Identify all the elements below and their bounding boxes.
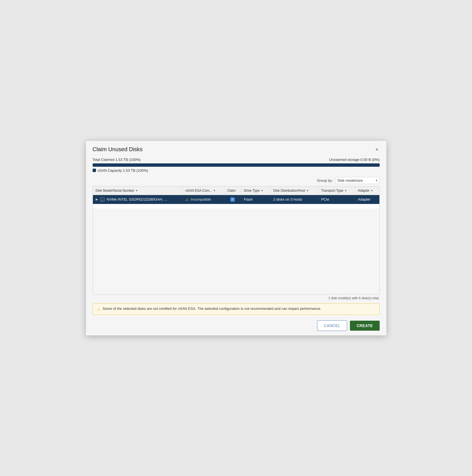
disk-model-cell: ▶ NVMe INTEL SSDPED1D280GAH, ... — [93, 195, 182, 204]
unclaimed-storage-text: Unclaimed storage 0.00 B (0%) — [329, 158, 380, 162]
empty-rows — [93, 204, 379, 208]
col-drive-type-label: Drive Type — [244, 189, 260, 193]
create-button[interactable]: CREATE — [350, 321, 379, 331]
progress-bar-container — [93, 163, 380, 167]
vsan-color-indicator — [93, 169, 96, 172]
close-button[interactable]: × — [374, 146, 380, 153]
adapter-cell: Adapter — [355, 195, 379, 204]
col-disk-model-label: Disk Model/Serial Number — [96, 189, 134, 193]
disk-table: Disk Model/Serial Number ▼ vSAN ESA Com.… — [93, 186, 379, 208]
disk-distribution-cell: 2 disks on 3 hosts — [270, 195, 318, 204]
col-adapter[interactable]: Adapter ▼ — [355, 186, 379, 195]
row-expand-icon[interactable]: ▶ — [96, 198, 98, 201]
col-vsan-esa[interactable]: vSAN ESA Com... ▼ — [182, 186, 224, 195]
col-vsan-esa-label: vSAN ESA Com... — [185, 189, 212, 193]
footer-count: 1 disk model(s) with 6 disk(s) total. — [86, 295, 386, 301]
claim-unused-disks-dialog: Claim Unused Disks × Total Claimed 1.53 … — [86, 141, 386, 335]
disk-count-text: 1 disk model(s) with 6 disk(s) total. — [328, 296, 379, 300]
col-claim-label: Claim — [227, 189, 236, 193]
adapter-value: Adapter — [358, 197, 371, 201]
group-by-select-wrapper[interactable]: Disk model/size Drive Type Adapter — [335, 177, 380, 184]
warning-banner: ⚠ Some of the selected disks are not cer… — [93, 303, 380, 315]
group-by-select[interactable]: Disk model/size Drive Type Adapter — [335, 177, 380, 184]
table-header: Disk Model/Serial Number ▼ vSAN ESA Com.… — [93, 186, 379, 195]
disk-device-icon — [100, 198, 105, 201]
vsan-esa-cell: ⚠ Incompatible — [182, 195, 224, 204]
table-header-row: Disk Model/Serial Number ▼ vSAN ESA Com.… — [93, 186, 379, 195]
group-by-row: Group by: Disk model/size Drive Type Ada… — [86, 175, 386, 186]
transport-type-filter-icon: ▼ — [345, 189, 347, 192]
incompatible-text: Incompatible — [191, 197, 211, 201]
transport-type-cell: PCIe — [318, 195, 355, 204]
drive-type-filter-icon: ▼ — [261, 189, 263, 192]
dialog-header: Claim Unused Disks × — [86, 141, 386, 156]
disk-table-container: Disk Model/Serial Number ▼ vSAN ESA Com.… — [93, 186, 380, 295]
vsan-esa-filter-icon: ▼ — [213, 189, 216, 192]
total-claimed-text: Total Claimed 1.53 TB (100%) — [93, 158, 141, 162]
col-adapter-label: Adapter — [358, 189, 370, 193]
dialog-title: Claim Unused Disks — [93, 146, 143, 153]
vsan-capacity-text: vSAN Capacity 1.53 TB (100%) — [98, 168, 148, 173]
col-disk-model[interactable]: Disk Model/Serial Number ▼ — [93, 186, 182, 195]
progress-bar-fill — [93, 163, 380, 167]
col-disk-distribution-label: Disk Distribution/Host — [273, 189, 305, 193]
group-by-label: Group by: — [317, 178, 333, 183]
claim-checkbox[interactable]: ✓ — [230, 197, 235, 202]
dialog-footer: CANCEL CREATE — [86, 317, 386, 335]
col-transport-type[interactable]: Transport Type ▼ — [318, 186, 355, 195]
disk-model-value: NVMe INTEL SSDPED1D280GAH, ... — [107, 197, 167, 201]
cancel-button[interactable]: CANCEL — [317, 320, 347, 331]
col-transport-type-label: Transport Type — [321, 189, 343, 193]
col-disk-distribution[interactable]: Disk Distribution/Host ▼ — [270, 186, 318, 195]
adapter-filter-icon: ▼ — [371, 189, 373, 192]
warning-banner-icon: ⚠ — [97, 307, 100, 312]
disk-distribution-value: 2 disks on 3 hosts — [273, 197, 302, 201]
drive-type-value: Flash — [244, 197, 253, 201]
stats-row: Total Claimed 1.53 TB (100%) Unclaimed s… — [86, 156, 386, 163]
table-body: ▶ NVMe INTEL SSDPED1D280GAH, ... ⚠ Incom… — [93, 195, 379, 208]
col-drive-type[interactable]: Drive Type ▼ — [241, 186, 270, 195]
table-row: ▶ NVMe INTEL SSDPED1D280GAH, ... ⚠ Incom… — [93, 195, 379, 204]
col-claim[interactable]: Claim — [224, 186, 241, 195]
drive-type-cell: Flash — [241, 195, 270, 204]
vsan-capacity-label: vSAN Capacity 1.53 TB (100%) — [86, 167, 386, 175]
transport-type-value: PCIe — [321, 197, 329, 201]
warning-banner-text: Some of the selected disks are not certi… — [103, 306, 322, 311]
empty-table-area — [93, 204, 379, 208]
incompatible-warning-icon: ⚠ — [185, 197, 189, 202]
claim-cell[interactable]: ✓ — [224, 195, 241, 204]
disk-model-filter-icon: ▼ — [135, 189, 138, 192]
disk-distribution-filter-icon: ▼ — [306, 189, 309, 192]
